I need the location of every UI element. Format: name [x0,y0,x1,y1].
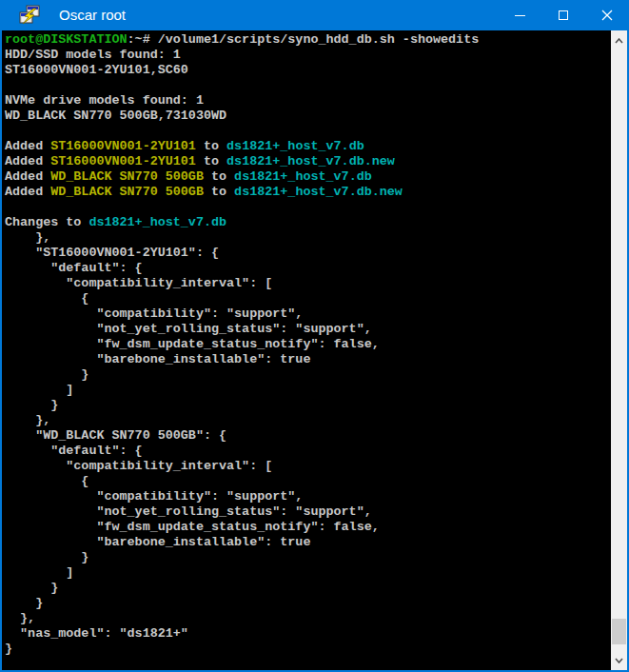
maximize-icon [559,10,568,20]
terminal-line: "fw_dsm_update_status_notify": false, [5,520,611,535]
terminal-text-segment: "compatibility": "support", [5,306,303,321]
terminal-text-segment: root@DISKSTATION [5,32,128,47]
terminal-line: Added WD_BLACK SN770 500GB to ds1821+_ho… [5,169,611,185]
terminal-text-segment: WD_BLACK SN770 500GB [50,185,204,199]
scroll-up-button[interactable] [611,32,627,49]
terminal-line: { [5,474,611,489]
terminal-text-segment: Added [5,154,50,168]
terminal-line: { [5,291,611,306]
terminal-line: "default": { [5,444,611,459]
titlebar[interactable]: Oscar root [0,0,629,30]
terminal-text-segment: to [196,154,226,168]
terminal-text-segment: "compatibility": "support", [5,489,303,504]
terminal-line: Added ST16000VN001-2YU101 to ds1821+_hos… [5,139,611,154]
terminal-line: Added WD_BLACK SN770 500GB to ds1821+_ho… [5,185,611,200]
scroll-down-button[interactable] [611,652,627,668]
terminal-line [5,200,611,215]
terminal-line: "not_yet_rolling_status": "support", [5,504,611,520]
terminal-text-segment: } [5,367,88,382]
terminal-line: } [5,398,611,413]
terminal-text-segment: ST16000VN001-2YU101,SC60 [5,63,188,77]
terminal-line: ] [5,383,611,398]
terminal-text-segment: } [5,398,58,412]
terminal-text-segment: } [5,642,12,656]
terminal-text-segment: Added [5,169,50,184]
terminal-text-segment: HDD/SSD models found: 1 [5,48,181,62]
terminal-text-segment: :~# /volume1/scripts/syno_hdd_db.sh -sho… [128,32,480,47]
terminal-line: "fw_dsm_update_status_notify": false, [5,337,611,352]
terminal-line: } [5,581,611,596]
terminal-text-segment: ds1821+_host_v7.db.new [226,154,395,168]
terminal-line: } [5,550,611,565]
terminal-text-segment: "default": { [5,444,143,458]
terminal-line: "default": { [5,261,611,276]
terminal-line: "not_yet_rolling_status": "support", [5,322,611,337]
terminal-line: "barebone_installable": true [5,535,611,550]
terminal-line [5,124,611,139]
terminal-line: } [5,596,611,611]
terminal-text-segment: ST16000VN001-2YU101 [50,139,196,153]
terminal-text-segment: to [204,185,234,199]
terminal-text-segment: ST16000VN001-2YU101 [50,154,196,168]
terminal-line: "barebone_installable": true [5,352,611,367]
terminal-text-segment: WD_BLACK SN770 500GB,731030WD [5,109,226,123]
terminal-line: Added ST16000VN001-2YU101 to ds1821+_hos… [5,154,611,169]
terminal-text-segment: { [5,474,88,488]
putty-window: Oscar root root@DISKSTATION:~# /volume1/… [0,0,629,672]
chevron-down-icon [615,658,623,663]
terminal-line: "compatibility": "support", [5,489,611,504]
terminal-line: root@DISKSTATION:~# /volume1/scripts/syn… [5,32,611,48]
terminal-text-segment: WD_BLACK SN770 500GB [50,169,204,184]
scrollbar-thumb[interactable] [612,619,626,644]
terminal-text-segment: NVMe drive models found: 1 [5,93,204,108]
terminal-text-segment: "not_yet_rolling_status": "support", [5,504,372,519]
terminal-text-segment: { [5,291,88,306]
chevron-up-icon [615,38,623,44]
terminal-line: "nas_model": "ds1821+" [5,626,611,642]
terminal-text-segment: "fw_dsm_update_status_notify": false, [5,520,380,534]
terminal-line: }, [5,413,611,428]
terminal-text-segment: "compatibility_interval": [ [5,459,272,473]
terminal-line: } [5,642,611,657]
terminal-text-segment: ds1821+_host_v7.db [226,139,364,153]
terminal-line: HDD/SSD models found: 1 [5,48,611,63]
terminal-line: "WD_BLACK SN770 500GB": { [5,428,611,444]
close-icon [601,10,613,21]
terminal-text-segment: "barebone_installable": true [5,352,310,366]
terminal-text-segment: "nas_model": "ds1821+" [5,626,188,641]
terminal-text-segment: }, [5,230,50,245]
terminal-line: "compatibility_interval": [ [5,276,611,291]
terminal-line: WD_BLACK SN770 500GB,731030WD [5,109,611,124]
window-title: Oscar root [59,0,126,30]
terminal-text-segment: "not_yet_rolling_status": "support", [5,322,372,336]
terminal-text-segment: "ST16000VN001-2YU101": { [5,246,219,260]
terminal-line: }, [5,611,611,626]
terminal-text-segment: "compatibility_interval": [ [5,276,272,290]
terminal-text-segment: ds1821+_host_v7.db [88,215,226,229]
scrollbar[interactable] [611,30,627,670]
terminal-text-segment: ] [5,383,73,397]
terminal-line: } [5,367,611,383]
putty-app-icon [19,5,40,26]
terminal-line [5,78,611,93]
minimize-button[interactable] [498,0,541,30]
maximize-button[interactable] [541,0,585,30]
terminal-text-segment: } [5,550,88,564]
terminal-line: "compatibility_interval": [ [5,459,611,474]
terminal-text-segment: } [5,581,58,595]
terminal-screen[interactable]: root@DISKSTATION:~# /volume1/scripts/syn… [2,30,611,670]
terminal-window-body: root@DISKSTATION:~# /volume1/scripts/syn… [2,30,627,670]
close-button[interactable] [585,0,629,30]
terminal-line: "compatibility": "support", [5,306,611,322]
terminal-text-segment: "default": { [5,261,143,275]
terminal-text-segment: Added [5,185,50,199]
terminal-text-segment: }, [5,611,35,625]
terminal-text-segment: "fw_dsm_update_status_notify": false, [5,337,380,351]
terminal-text-segment: ds1821+_host_v7.db [234,169,372,184]
terminal-text-segment: to [204,169,234,184]
terminal-line: ST16000VN001-2YU101,SC60 [5,63,611,78]
terminal-text-segment: ] [5,565,73,580]
terminal-line: ] [5,565,611,581]
terminal-text-segment: "barebone_installable": true [5,535,310,549]
terminal-text-segment: Added [5,139,50,153]
